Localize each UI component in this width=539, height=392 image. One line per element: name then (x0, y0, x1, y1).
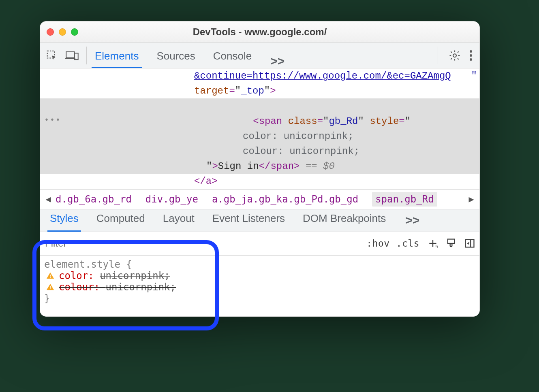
collapse-gutter-icon[interactable]: ••• (44, 114, 61, 126)
svg-rect-10 (448, 239, 454, 244)
svg-rect-16 (50, 288, 51, 289)
svg-point-4 (453, 54, 456, 57)
hov-toggle[interactable]: :hov (363, 236, 393, 250)
window-controls (47, 28, 78, 36)
styles-filter-bar: :hov .cls (40, 232, 479, 256)
close-window-button[interactable] (47, 28, 54, 36)
breadcrumb-item-2[interactable]: a.gb_ja.gb_ka.gb_Pd.gb_gd (212, 194, 358, 205)
new-style-rule-icon[interactable] (428, 238, 438, 249)
svg-point-6 (470, 54, 472, 57)
tab-elements[interactable]: Elements (92, 43, 142, 68)
devtools-window: DevTools - www.google.com/ (40, 21, 480, 317)
panel-tabs: Elements Sources Console >> (92, 43, 289, 68)
paintbrush-icon[interactable] (445, 238, 457, 249)
subtab-layout[interactable]: Layout (160, 207, 197, 232)
toolbar-divider-right (438, 47, 438, 64)
dom-line-style-1[interactable]: color: unicornpink; (40, 129, 479, 144)
dom-line-span-close[interactable]: ">Sign in</span> == $0 (40, 159, 479, 174)
style-close-brace: } (44, 293, 475, 304)
toolbar-divider (86, 47, 87, 64)
window-title: DevTools - www.google.com/ (40, 26, 479, 38)
kebab-menu-icon[interactable] (469, 49, 473, 62)
styles-filter-input[interactable] (44, 237, 363, 249)
dom-line-url[interactable]: &continue=https://www.google.com/&ec=GAZ… (40, 68, 479, 83)
svg-rect-1 (66, 51, 74, 58)
style-selector[interactable]: element.style { (44, 259, 475, 270)
subtab-computed[interactable]: Computed (94, 207, 148, 232)
zoom-window-button[interactable] (71, 28, 78, 36)
main-toolbar: Elements Sources Console >> (40, 43, 479, 68)
svg-rect-14 (50, 277, 51, 278)
window-titlebar: DevTools - www.google.com/ (40, 21, 479, 43)
breadcrumb-item-0[interactable]: d.gb_6a.gb_rd (56, 194, 132, 205)
subtab-dom-breakpoints[interactable]: DOM Breakpoints (300, 207, 388, 232)
tab-sources[interactable]: Sources (153, 43, 198, 68)
svg-point-7 (470, 58, 472, 61)
warning-icon (46, 271, 55, 280)
sidebar-tabs: Styles Computed Layout Event Listeners D… (40, 209, 479, 232)
breadcrumb-item-3[interactable]: span.gb_Rd (372, 192, 437, 207)
dom-tree[interactable]: &continue=https://www.google.com/&ec=GAZ… (40, 68, 479, 189)
dom-line-target[interactable]: target="_top"> (40, 83, 479, 98)
style-declaration-0[interactable]: color: unicornpink; (44, 270, 475, 281)
toggle-sidebar-icon[interactable] (464, 238, 475, 249)
cls-toggle[interactable]: .cls (393, 236, 423, 250)
style-declaration-1[interactable]: colour: unicornpink; (44, 281, 475, 293)
subtab-event-listeners[interactable]: Event Listeners (210, 207, 287, 232)
svg-rect-13 (50, 275, 51, 277)
tabs-overflow-icon[interactable]: >> (266, 54, 289, 68)
dom-line-span-open[interactable]: •••<span class="gb_Rd" style=" (40, 98, 479, 128)
minimize-window-button[interactable] (59, 28, 66, 36)
breadcrumb-scroll-left-icon[interactable]: ◀ (43, 194, 54, 204)
subtabs-overflow-icon[interactable]: >> (401, 213, 424, 227)
dom-line-a-close[interactable]: </a> (40, 174, 479, 189)
breadcrumb-item-1[interactable]: div.gb_ye (145, 194, 198, 205)
tab-console[interactable]: Console (210, 43, 255, 68)
settings-gear-icon[interactable] (449, 49, 461, 62)
dom-line-style-2[interactable]: colour: unicornpink; (40, 144, 479, 159)
inspect-element-icon[interactable] (46, 49, 58, 62)
styles-pane[interactable]: element.style { color: unicornpink; colo… (40, 256, 479, 316)
breadcrumb-scroll-right-icon[interactable]: ▶ (466, 194, 477, 204)
device-toolbar-icon[interactable] (65, 49, 79, 62)
svg-point-5 (470, 50, 472, 53)
svg-rect-11 (466, 240, 474, 247)
warning-icon (46, 283, 55, 292)
svg-rect-15 (50, 286, 51, 288)
subtab-styles[interactable]: Styles (47, 207, 81, 232)
